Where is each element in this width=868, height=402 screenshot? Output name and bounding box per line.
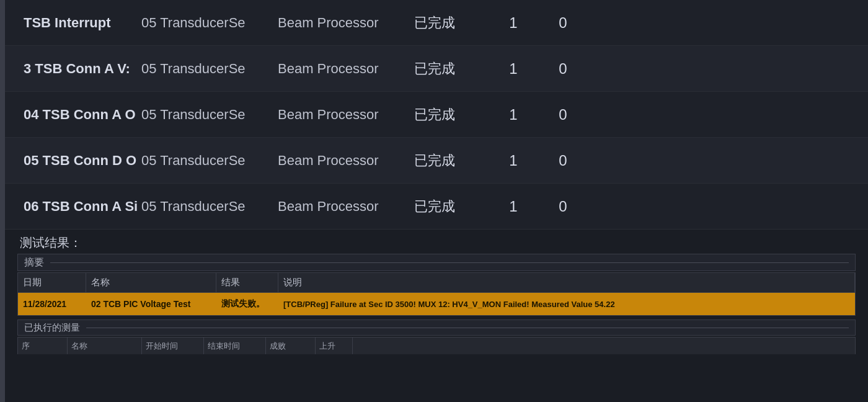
table-row: TSB Interrupt 05 TransducerSe Beam Proce…	[5, 0, 868, 46]
row-num2: 0	[538, 198, 588, 215]
row-name: 04 TSB Conn A O	[17, 107, 141, 123]
row-beam: Beam Processor	[278, 61, 414, 77]
table-row: 04 TSB Conn A O 05 TransducerSe Beam Pro…	[5, 92, 868, 138]
row-transducer: 05 TransducerSe	[141, 15, 278, 31]
left-accent-bar	[0, 0, 5, 402]
exec-header-6: 上升	[316, 337, 353, 354]
executed-label: 已执行的测量	[24, 322, 80, 334]
table-row: 3 TSB Conn A V: 05 TransducerSe Beam Pro…	[5, 46, 868, 92]
executed-bar: 已执行的测量	[17, 319, 856, 336]
row-beam: Beam Processor	[278, 107, 414, 123]
row-num1: 1	[489, 198, 538, 215]
results-section: 测试结果： 摘要 日期 名称 结果 说明 11/28/2021 02 TCB P…	[5, 230, 868, 402]
exec-header-1: 序	[18, 337, 68, 354]
row-num1: 1	[489, 152, 538, 169]
cell-date: 11/28/2021	[18, 293, 86, 315]
row-status: 已完成	[414, 14, 489, 32]
header-desc: 说明	[278, 273, 855, 292]
row-beam: Beam Processor	[278, 153, 414, 169]
row-num2: 0	[538, 106, 588, 123]
main-container: TSB Interrupt 05 TransducerSe Beam Proce…	[5, 0, 868, 402]
header-name: 名称	[86, 273, 216, 292]
row-num2: 0	[538, 14, 588, 32]
row-status: 已完成	[414, 151, 489, 170]
row-transducer: 05 TransducerSe	[141, 153, 278, 169]
row-transducer: 05 TransducerSe	[141, 199, 278, 215]
summary-bar: 摘要	[17, 254, 856, 271]
row-num2: 0	[538, 152, 588, 169]
exec-header-2: 名称	[68, 337, 142, 354]
row-status: 已完成	[414, 197, 489, 216]
executed-table-header: 序 名称 开始时间 结束时间 成败 上升	[17, 337, 856, 354]
table-row: 05 TSB Conn D O 05 TransducerSe Beam Pro…	[5, 138, 868, 184]
cell-desc: [TCB/PReg] Failure at Sec ID 3500! MUX 1…	[278, 293, 855, 315]
row-status: 已完成	[414, 105, 489, 124]
header-result: 结果	[216, 273, 278, 292]
row-beam: Beam Processor	[278, 15, 414, 31]
row-num1: 1	[489, 60, 538, 78]
executed-line	[86, 328, 849, 328]
results-label: 测试结果：	[17, 234, 856, 251]
exec-header-5: 成败	[266, 337, 316, 354]
summary-line	[50, 262, 849, 263]
table-row: 06 TSB Conn A Si 05 TransducerSe Beam Pr…	[5, 184, 868, 230]
summary-label: 摘要	[24, 256, 44, 269]
header-date: 日期	[18, 273, 86, 292]
row-transducer: 05 TransducerSe	[141, 107, 278, 123]
row-status: 已完成	[414, 60, 489, 78]
row-beam: Beam Processor	[278, 199, 414, 215]
summary-table: 日期 名称 结果 说明 11/28/2021 02 TCB PIC Voltag…	[17, 272, 856, 316]
exec-header-3: 开始时间	[142, 337, 204, 354]
cell-name: 02 TCB PIC Voltage Test	[86, 293, 216, 315]
row-num1: 1	[489, 14, 538, 32]
row-num2: 0	[538, 60, 588, 78]
executed-section: 已执行的测量 序 名称 开始时间 结束时间 成败 上升	[17, 319, 856, 354]
row-transducer: 05 TransducerSe	[141, 61, 278, 77]
row-name: 06 TSB Conn A Si	[17, 199, 141, 215]
row-name: 05 TSB Conn D O	[17, 153, 141, 169]
exec-header-4: 结束时间	[204, 337, 266, 354]
table-section: TSB Interrupt 05 TransducerSe Beam Proce…	[5, 0, 868, 230]
row-num1: 1	[489, 106, 538, 123]
summary-table-header: 日期 名称 结果 说明	[18, 273, 855, 293]
row-name: 3 TSB Conn A V:	[17, 61, 141, 77]
summary-table-row[interactable]: 11/28/2021 02 TCB PIC Voltage Test 测试失败。…	[18, 293, 855, 315]
row-name: TSB Interrupt	[17, 15, 141, 31]
cell-result: 测试失败。	[216, 293, 278, 315]
